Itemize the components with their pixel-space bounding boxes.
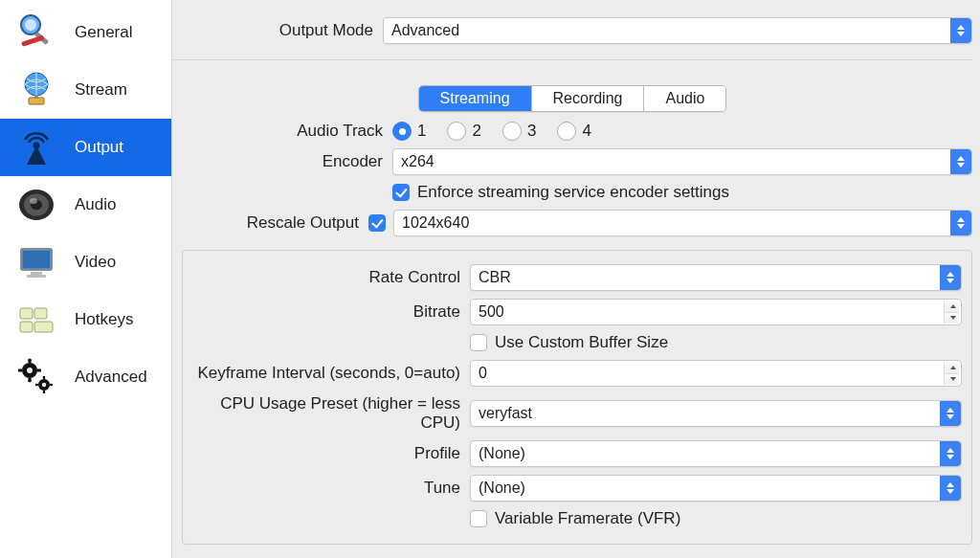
rate-control-label: Rate Control [183, 268, 470, 287]
main-panel: Output Mode Advanced Streaming Recording… [172, 0, 980, 558]
svg-rect-5 [29, 98, 44, 104]
sidebar-item-video[interactable]: Video [0, 234, 171, 291]
enforce-encoder-checkbox[interactable] [392, 184, 410, 201]
svg-point-29 [42, 383, 47, 388]
chevron-updown-icon [950, 211, 971, 235]
audio-track-radio-4[interactable] [557, 122, 576, 141]
audio-track-radio-2[interactable] [447, 122, 466, 141]
svg-point-1 [25, 19, 36, 31]
svg-rect-3 [21, 35, 44, 47]
svg-rect-14 [31, 272, 42, 275]
encoder-select[interactable]: x264 [392, 148, 972, 175]
tune-select[interactable]: (None) [470, 475, 962, 502]
svg-rect-13 [23, 251, 50, 268]
tune-value: (None) [479, 480, 525, 497]
keyboard-keys-icon [13, 297, 59, 343]
audio-track-radio-3[interactable] [502, 122, 522, 141]
speaker-icon [13, 182, 59, 228]
rescale-output-value: 1024x640 [402, 214, 469, 232]
gears-icon [13, 354, 59, 400]
profile-select[interactable]: (None) [470, 440, 962, 467]
wrench-magnifier-icon [13, 10, 59, 56]
keyframe-interval-label: Keyframe Interval (seconds, 0=auto) [183, 364, 470, 383]
sidebar-item-label: Advanced [75, 368, 147, 387]
encoder-settings-group: Rate Control CBR Bitrate 500 [182, 250, 972, 545]
bitrate-value: 500 [479, 303, 504, 321]
svg-rect-30 [43, 376, 45, 379]
svg-point-21 [27, 368, 33, 373]
output-tabs: Streaming Recording Audio [418, 85, 727, 112]
rate-control-value: CBR [479, 269, 511, 286]
cpu-preset-label: CPU Usage Preset (higher = less CPU) [183, 394, 470, 433]
svg-rect-24 [18, 369, 22, 372]
tab-audio[interactable]: Audio [644, 86, 725, 111]
sidebar: General Stream O [0, 0, 172, 558]
monitor-icon [13, 239, 59, 285]
svg-rect-25 [37, 369, 41, 372]
rescale-output-select[interactable]: 1024x640 [393, 210, 972, 236]
cpu-preset-value: veryfast [479, 405, 532, 422]
custom-buffer-label: Use Custom Buffer Size [495, 333, 668, 352]
sidebar-item-label: Hotkeys [75, 310, 133, 329]
svg-rect-17 [34, 308, 47, 319]
rate-control-select[interactable]: CBR [470, 264, 962, 291]
output-mode-value: Advanced [391, 22, 459, 39]
vfr-label: Variable Framerate (VFR) [495, 509, 680, 528]
keyframe-interval-value: 0 [479, 365, 487, 382]
sidebar-item-label: Output [75, 138, 123, 157]
svg-rect-16 [20, 308, 33, 319]
sidebar-item-label: Audio [75, 195, 116, 214]
tab-streaming[interactable]: Streaming [419, 86, 532, 111]
rescale-output-checkbox[interactable] [368, 214, 386, 232]
rescale-output-label: Rescale Output [172, 213, 368, 233]
custom-buffer-checkbox[interactable] [470, 334, 487, 351]
vfr-checkbox[interactable] [470, 510, 487, 527]
sidebar-item-hotkeys[interactable]: Hotkeys [0, 291, 171, 348]
sidebar-item-advanced[interactable]: Advanced [0, 348, 171, 406]
profile-value: (None) [479, 445, 525, 462]
svg-rect-19 [34, 322, 53, 332]
antenna-broadcast-icon [13, 124, 59, 170]
sidebar-item-stream[interactable]: Stream [0, 61, 171, 119]
svg-rect-18 [20, 322, 33, 332]
output-mode-label: Output Mode [172, 21, 383, 40]
chevron-updown-icon [950, 149, 971, 174]
audio-track-radio-1[interactable] [392, 122, 412, 141]
enforce-encoder-label: Enforce streaming service encoder settin… [417, 183, 729, 202]
profile-label: Profile [183, 444, 470, 463]
audio-track-label: Audio Track [172, 122, 392, 141]
tab-recording[interactable]: Recording [532, 86, 645, 111]
encoder-value: x264 [401, 153, 434, 170]
sidebar-item-label: Video [75, 253, 116, 272]
chevron-updown-icon [940, 401, 961, 426]
keyframe-interval-input[interactable]: 0 [470, 360, 962, 387]
output-mode-select[interactable]: Advanced [383, 17, 972, 44]
svg-rect-15 [27, 275, 46, 278]
sidebar-item-label: Stream [75, 80, 127, 100]
svg-rect-31 [43, 391, 45, 393]
sidebar-item-label: General [75, 23, 132, 42]
tune-label: Tune [183, 479, 470, 498]
chevron-updown-icon [940, 441, 961, 466]
svg-point-11 [30, 198, 37, 204]
globe-network-icon [13, 67, 59, 113]
bitrate-label: Bitrate [183, 302, 470, 322]
svg-rect-32 [35, 384, 38, 386]
sidebar-item-output[interactable]: Output [0, 119, 171, 176]
encoder-label: Encoder [172, 152, 392, 171]
sidebar-item-general[interactable]: General [0, 4, 171, 61]
chevron-updown-icon [940, 476, 961, 501]
sidebar-item-audio[interactable]: Audio [0, 176, 171, 234]
svg-rect-33 [50, 384, 53, 386]
bitrate-input[interactable]: 500 [470, 299, 962, 325]
chevron-updown-icon [940, 265, 961, 290]
chevron-updown-icon [950, 18, 971, 43]
cpu-preset-select[interactable]: veryfast [470, 400, 962, 427]
svg-rect-6 [34, 95, 38, 99]
